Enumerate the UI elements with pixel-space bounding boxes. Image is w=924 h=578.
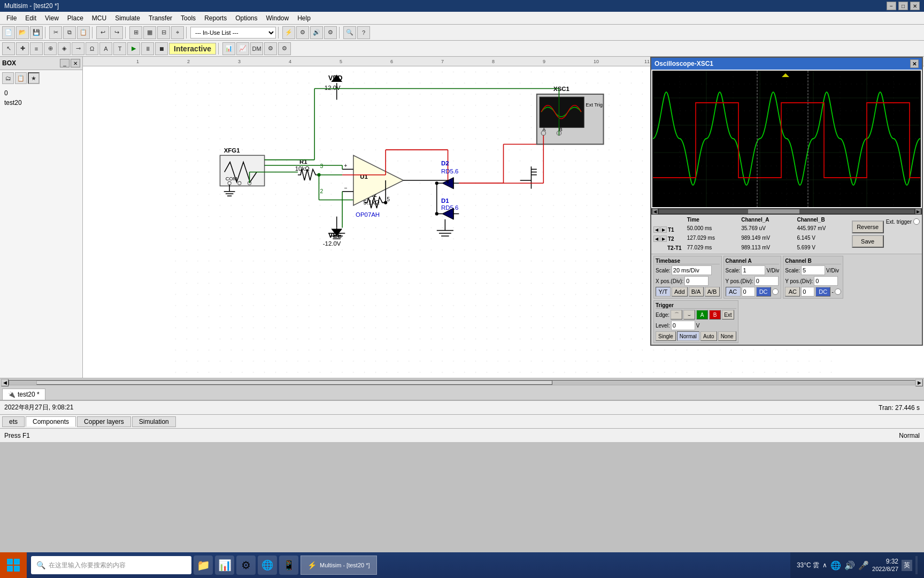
edge-fall-btn[interactable]: ⌣: [683, 310, 695, 320]
chb-scale-input[interactable]: [801, 265, 825, 275]
menu-options[interactable]: Options: [231, 13, 261, 23]
menu-edit[interactable]: Edit: [21, 13, 41, 23]
level-input[interactable]: [671, 321, 695, 330]
trigger-b-btn[interactable]: B: [709, 310, 721, 320]
osc-scroll-thumb[interactable]: [748, 209, 799, 214]
chb-dc-btn[interactable]: DC: [815, 287, 830, 296]
sidebar-min-btn[interactable]: _: [60, 59, 70, 67]
paste-btn[interactable]: 📋: [77, 26, 90, 39]
menu-help[interactable]: Help: [293, 13, 315, 23]
zoom-btn[interactable]: ⌖: [171, 26, 184, 39]
osc-scroll-track[interactable]: [659, 209, 914, 214]
wire-btn[interactable]: ✚: [16, 42, 29, 55]
taskbar-icon-ppt[interactable]: 📊: [215, 556, 234, 575]
osc-scroll-right[interactable]: ▶: [915, 209, 921, 214]
tab-nets[interactable]: ets: [2, 416, 25, 427]
menu-mcu[interactable]: MCU: [88, 13, 111, 23]
copy-btn[interactable]: ⧉: [63, 26, 76, 39]
menu-simulate[interactable]: Simulate: [111, 13, 144, 23]
chb-ac-btn[interactable]: AC: [785, 287, 800, 296]
taskbar-multisim[interactable]: ⚡ Multisim - [test20 *]: [301, 556, 377, 575]
cha-radio[interactable]: [772, 288, 779, 295]
sidebar-tool1[interactable]: 🗂: [2, 72, 14, 84]
ba-btn[interactable]: B/A: [689, 287, 704, 296]
bode-btn[interactable]: 📈: [236, 42, 249, 55]
yt-btn[interactable]: Y/T: [656, 287, 671, 296]
taskbar-icon-app3[interactable]: ⚙: [236, 556, 256, 575]
tray-speaker-icon[interactable]: 🔊: [844, 560, 855, 571]
probe-btn[interactable]: ⊸: [72, 42, 84, 55]
osc-titlebar[interactable]: Oscilloscope-XSC1 ✕: [651, 58, 922, 70]
single-btn[interactable]: Single: [656, 331, 676, 341]
maximize-button[interactable]: □: [898, 2, 908, 10]
save-btn[interactable]: 💾: [30, 26, 43, 39]
start-button[interactable]: [0, 552, 27, 578]
osc-scrollbar[interactable]: ◀ ▶: [651, 208, 922, 215]
cha-scale-input[interactable]: [741, 265, 765, 275]
cha-ac-btn[interactable]: AC: [726, 287, 741, 296]
component-btn[interactable]: ⊞: [129, 26, 142, 39]
cha-ac-value[interactable]: [742, 287, 755, 296]
title-btn[interactable]: T: [113, 42, 126, 55]
scroll-left-btn[interactable]: ◀: [1, 379, 9, 386]
sim-btn3[interactable]: 🔊: [310, 26, 323, 39]
minimize-button[interactable]: −: [887, 2, 896, 10]
normal-btn[interactable]: Normal: [677, 331, 699, 341]
settings-btn[interactable]: ⚙: [278, 42, 291, 55]
redo-btn[interactable]: ↪: [110, 26, 123, 39]
ab-btn[interactable]: A/B: [705, 287, 720, 296]
ext-trigger-radio[interactable]: [913, 218, 920, 225]
t2-right-btn[interactable]: ▶: [660, 235, 667, 242]
dm-btn[interactable]: DM: [250, 42, 263, 55]
net-btn[interactable]: ◈: [58, 42, 71, 55]
save-btn-osc[interactable]: Save: [852, 235, 884, 248]
tab-test20[interactable]: 🔌 test20 *: [2, 389, 45, 400]
t2-left-btn[interactable]: ◀: [653, 235, 660, 242]
grid-btn[interactable]: ⊟: [157, 26, 170, 39]
menu-reports[interactable]: Reports: [200, 13, 231, 23]
menu-file[interactable]: File: [2, 13, 21, 23]
table-btn[interactable]: ▦: [143, 26, 156, 39]
taskbar-icon-edge[interactable]: 🌐: [258, 556, 277, 575]
scroll-thumb[interactable]: [36, 381, 553, 385]
sidebar-close-btn[interactable]: ✕: [71, 59, 80, 67]
osc-scroll-left[interactable]: ◀: [652, 209, 658, 214]
t1-left-btn[interactable]: ◀: [653, 226, 660, 233]
tree-item-0[interactable]: 0: [2, 88, 80, 98]
run-btn[interactable]: ▶: [127, 42, 140, 55]
cha-ypos-input[interactable]: [754, 276, 779, 286]
taskbar-icon-app5[interactable]: 📱: [279, 556, 298, 575]
new-btn[interactable]: 📄: [2, 26, 15, 39]
tab-components[interactable]: Components: [26, 416, 76, 427]
menu-tools[interactable]: Tools: [176, 13, 200, 23]
t1-right-btn[interactable]: ▶: [660, 226, 667, 233]
bus-btn[interactable]: ≡: [30, 42, 43, 55]
misc-btn[interactable]: ⚙: [264, 42, 277, 55]
tab-simulation[interactable]: Simulation: [132, 416, 176, 427]
chb-ac-value[interactable]: [801, 287, 814, 296]
none-btn[interactable]: None: [718, 331, 736, 341]
sidebar-tool3[interactable]: ★: [28, 72, 40, 84]
circuit-area[interactable]: 1 2 3 4 5 6 7 8 9 10 11 12 VDD 12.: [83, 57, 924, 378]
scroll-right-btn[interactable]: ▶: [915, 379, 923, 386]
menu-window[interactable]: Window: [262, 13, 294, 23]
pointer-btn[interactable]: ↖: [2, 42, 15, 55]
add-btn[interactable]: Add: [672, 287, 688, 296]
stop-btn[interactable]: ⏹: [155, 42, 168, 55]
sim-btn1[interactable]: ⚡: [282, 26, 295, 39]
close-button[interactable]: ✕: [910, 2, 920, 10]
cut-btn[interactable]: ✂: [49, 26, 62, 39]
tree-item-test20[interactable]: test20: [2, 98, 80, 108]
taskbar-search[interactable]: 🔍 在这里输入你要搜索的内容: [31, 556, 191, 574]
osc-close-btn[interactable]: ✕: [910, 59, 919, 68]
tray-up-icon[interactable]: ∧: [822, 561, 827, 569]
sim-btn2[interactable]: ⚙: [296, 26, 309, 39]
sim-btn4[interactable]: ⚙: [324, 26, 337, 39]
scroll-track[interactable]: [9, 380, 915, 385]
xpos-input[interactable]: [684, 276, 709, 286]
taskbar-icon-explorer[interactable]: 📁: [194, 556, 213, 575]
annotate-btn[interactable]: A: [99, 42, 112, 55]
chb-ypos-input[interactable]: [814, 276, 838, 286]
tray-network-icon[interactable]: 🌐: [830, 560, 841, 571]
grapher-btn[interactable]: 📊: [222, 42, 235, 55]
